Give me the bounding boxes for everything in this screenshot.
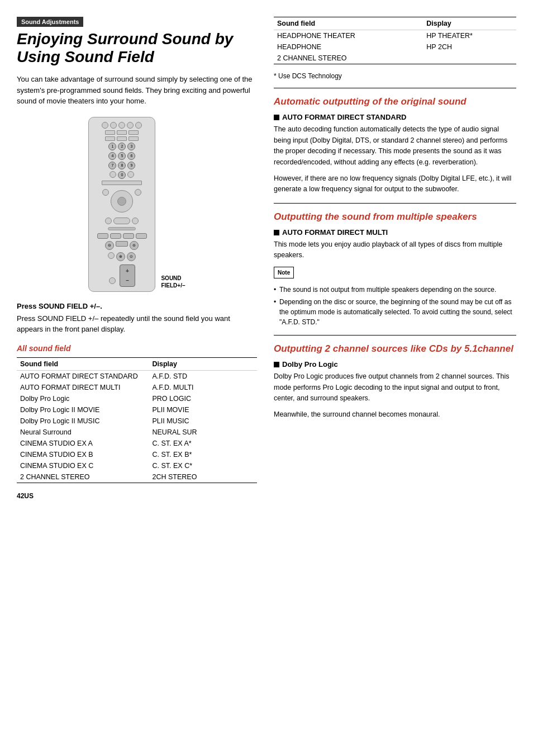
remote-btn <box>105 130 115 135</box>
main-title: Enjoying Surround Sound by Using Sound F… <box>17 30 257 66</box>
press-text: Press SOUND FIELD +/– repeatedly until t… <box>17 313 257 335</box>
press-heading: Press SOUND FIELD +/–. <box>17 302 257 310</box>
right-sound-table: Sound field Display HEADPHONE THEATERHP … <box>274 17 516 64</box>
remote-btn <box>108 252 115 259</box>
square-icon <box>274 115 279 120</box>
sound-field-button[interactable]: + – <box>120 264 135 287</box>
table-cell-field: Neural Surround <box>17 427 149 438</box>
remote-btn-0: 0 <box>118 171 126 179</box>
table-cell-display: NEURAL SUR <box>149 427 258 438</box>
remote-btn <box>102 122 108 129</box>
section2-body: This mode lets you enjoy audio playback … <box>274 239 516 261</box>
section1-sub-heading: AUTO FORMAT DIRECT STANDARD <box>274 113 516 121</box>
minus-symbol: – <box>126 277 129 284</box>
table-row: 2 CHANNEL STEREO2CH STEREO <box>17 471 257 483</box>
table-cell-display: C. ST. EX A* <box>149 438 258 449</box>
section1-body1: The auto decoding function automatically… <box>274 124 516 168</box>
remote-btn: ⊕ <box>116 252 125 261</box>
table-row: Dolby Pro Logic II MUSICPLII MUSIC <box>17 415 257 427</box>
table-cell-display: PLII MOVIE <box>149 404 258 415</box>
remote-btn <box>127 171 134 178</box>
table-cell-field: Dolby Pro Logic II MOVIE <box>17 404 149 415</box>
table-cell-field: CINEMA STUDIO EX B <box>17 449 149 460</box>
remote-btn <box>97 233 108 239</box>
table-row: HEADPHONE THEATERHP THEATER* <box>274 30 516 42</box>
divider <box>274 335 516 336</box>
table-row: Dolby Pro Logic II MOVIEPLII MOVIE <box>17 404 257 415</box>
remote-control: 1 2 3 4 5 6 7 8 9 <box>88 117 155 292</box>
section3-sub-heading: Dolby Pro Logic <box>274 360 516 368</box>
section2-sub-heading: AUTO FORMAT DIRECT MULTI <box>274 228 516 237</box>
remote-btn-4: 4 <box>108 152 116 160</box>
divider <box>274 88 516 88</box>
remote-btn <box>105 218 112 224</box>
table-cell-field: CINEMA STUDIO EX C <box>17 460 149 471</box>
left-column: Sound Adjustments Enjoying Surround Soun… <box>17 17 257 739</box>
note-label: Note <box>274 267 294 278</box>
section3-body1: Dolby Pro Logic produces five output cha… <box>274 371 516 404</box>
table-cell-display: C. ST. EX B* <box>149 449 258 460</box>
table-row: Neural SurroundNEURAL SUR <box>17 427 257 438</box>
table-cell-display: A.F.D. MULTI <box>149 382 258 393</box>
right-table-header-field: Sound field <box>274 17 423 30</box>
intro-text: You can take advantage of surround sound… <box>17 74 257 107</box>
table-cell-field: 2 CHANNEL STEREO <box>274 53 423 64</box>
table-cell-field: Dolby Pro Logic II MUSIC <box>17 415 149 427</box>
table-header-field: Sound field <box>17 357 149 370</box>
table-cell-field: Dolby Pro Logic <box>17 393 149 404</box>
page: Sound Adjustments Enjoying Surround Soun… <box>0 0 533 756</box>
section3-sub-label: Dolby Pro Logic <box>282 360 338 368</box>
remote-btn-7: 7 <box>108 162 116 169</box>
remote-btn <box>117 130 127 135</box>
sound-field-table: Sound field Display AUTO FORMAT DIRECT S… <box>17 357 257 483</box>
remote-btn-2: 2 <box>118 143 126 150</box>
remote-btn <box>135 122 142 129</box>
page-number: 42US <box>17 492 257 500</box>
table-cell-display: A.F.D. STD <box>149 370 258 382</box>
table-row: 2 CHANNEL STEREO <box>274 53 516 64</box>
section2-sub-label: AUTO FORMAT DIRECT MULTI <box>282 228 388 237</box>
remote-btn-5: 5 <box>118 152 126 160</box>
remote-btn <box>116 241 128 247</box>
remote-btn-8: 8 <box>118 162 126 169</box>
remote-btn-1: 1 <box>108 143 116 150</box>
table-row: CINEMA STUDIO EX BC. ST. EX B* <box>17 449 257 460</box>
table-cell-field: 2 CHANNEL STEREO <box>17 471 149 483</box>
remote-btn <box>135 189 141 196</box>
section3-body2: Meanwhile, the surround channel becomes … <box>274 409 516 420</box>
note-item: Depending on the disc or source, the beg… <box>274 297 516 327</box>
square-icon <box>274 230 279 235</box>
section-label: Sound Adjustments <box>17 17 83 27</box>
table-cell-field: CINEMA STUDIO EX A <box>17 438 149 449</box>
table-cell-display: 2CH STEREO <box>149 471 258 483</box>
remote-btn <box>109 277 116 284</box>
table-cell-field: AUTO FORMAT DIRECT STANDARD <box>17 370 149 382</box>
remote-oval-btn <box>113 218 130 224</box>
remote-btn <box>110 122 117 129</box>
remote-btn <box>110 233 121 239</box>
table-cell-display: HP THEATER* <box>423 30 516 42</box>
remote-btn: ⊖ <box>105 241 114 250</box>
all-sound-field-title: All sound field <box>17 344 257 353</box>
table-cell-field: HEADPHONE THEATER <box>274 30 423 42</box>
remote-btn-3: 3 <box>127 143 135 150</box>
table-cell-display: PLII MUSIC <box>149 415 258 427</box>
remote-btn <box>129 136 139 141</box>
table-cell-field: AUTO FORMAT DIRECT MULTI <box>17 382 149 393</box>
table-row: Dolby Pro LogicPRO LOGIC <box>17 393 257 404</box>
right-table-header-display: Display <box>423 17 516 30</box>
table-cell-field: HEADPHONE <box>274 41 423 53</box>
table-row: CINEMA STUDIO EX AC. ST. EX A* <box>17 438 257 449</box>
table-cell-display: HP 2CH <box>423 41 516 53</box>
remote-nav-wheel <box>111 190 133 212</box>
remote-btn <box>102 181 142 185</box>
remote-btn <box>110 171 116 178</box>
sound-field-label: SOUND FIELD+/– <box>161 275 185 289</box>
divider <box>274 203 516 204</box>
remote-btn-9: 9 <box>127 162 135 169</box>
table-row: HEADPHONEHP 2CH <box>274 41 516 53</box>
asterisk-note: * Use DCS Technology <box>274 72 516 80</box>
remote-btn <box>118 122 125 129</box>
table-header-display: Display <box>149 357 258 370</box>
remote-btn <box>132 218 139 224</box>
